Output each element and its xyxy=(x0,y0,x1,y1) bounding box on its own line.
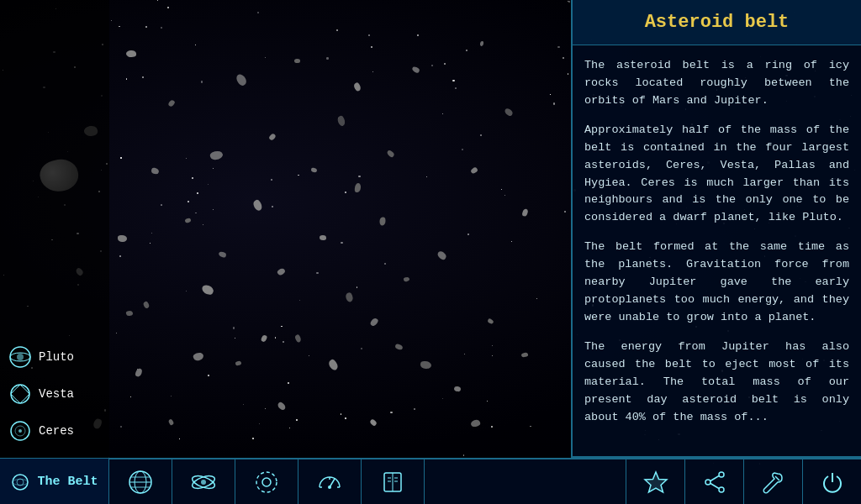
bottom-label-area[interactable]: The Belt xyxy=(0,459,109,504)
svg-line-36 xyxy=(710,483,719,488)
action-tools-button[interactable] xyxy=(743,459,802,504)
svg-line-35 xyxy=(710,475,719,480)
svg-line-37 xyxy=(775,476,779,480)
svg-point-21 xyxy=(328,486,331,489)
nav-speedometer-button[interactable] xyxy=(298,459,362,504)
bottom-label-text: The Belt xyxy=(37,475,98,489)
info-paragraph-3: The belt formed at the same time as the … xyxy=(584,239,849,327)
info-paragraph-2: Approximately half of the mass of the be… xyxy=(584,122,849,228)
nav-orbit-button[interactable] xyxy=(172,459,235,504)
info-panel: Asteroid belt The asteroid belt is a rin… xyxy=(571,0,861,458)
svg-point-3 xyxy=(11,385,29,403)
bottom-nav xyxy=(109,459,626,504)
svg-point-17 xyxy=(201,480,206,485)
info-panel-content[interactable]: The asteroid belt is a ring of icy rocks… xyxy=(573,45,861,451)
sidebar-item-ceres[interactable]: Ceres xyxy=(0,412,109,449)
svg-point-33 xyxy=(705,480,710,485)
bottom-bar: The Belt xyxy=(0,458,861,504)
nav-settings-button[interactable] xyxy=(235,459,298,504)
sidebar-item-vesta[interactable]: Vesta xyxy=(0,375,109,412)
svg-point-19 xyxy=(256,472,277,492)
svg-marker-31 xyxy=(645,472,667,492)
svg-point-18 xyxy=(262,478,271,486)
sidebar: Pluto Vesta Ceres xyxy=(0,0,109,458)
svg-point-7 xyxy=(13,475,28,490)
svg-point-9 xyxy=(13,479,28,485)
sidebar-label-pluto: Pluto xyxy=(39,350,74,364)
action-star-button[interactable] xyxy=(626,459,684,504)
sidebar-label-ceres: Ceres xyxy=(39,424,74,438)
action-share-button[interactable] xyxy=(684,459,743,504)
svg-point-32 xyxy=(719,472,724,477)
bottom-actions xyxy=(626,459,861,504)
nav-book-button[interactable] xyxy=(362,459,425,504)
sidebar-item-pluto[interactable]: Pluto xyxy=(0,339,109,375)
info-paragraph-4: The energy from Jupiter has also caused … xyxy=(584,339,849,427)
nav-globe-button[interactable] xyxy=(109,459,172,504)
svg-point-34 xyxy=(719,487,724,492)
info-paragraph-1: The asteroid belt is a ring of icy rocks… xyxy=(584,57,849,110)
info-panel-title: Asteroid belt xyxy=(573,0,861,45)
svg-point-6 xyxy=(18,429,22,433)
svg-point-2 xyxy=(17,354,24,360)
svg-point-8 xyxy=(17,479,24,486)
sidebar-label-vesta: Vesta xyxy=(39,387,74,401)
action-power-button[interactable] xyxy=(802,459,861,504)
